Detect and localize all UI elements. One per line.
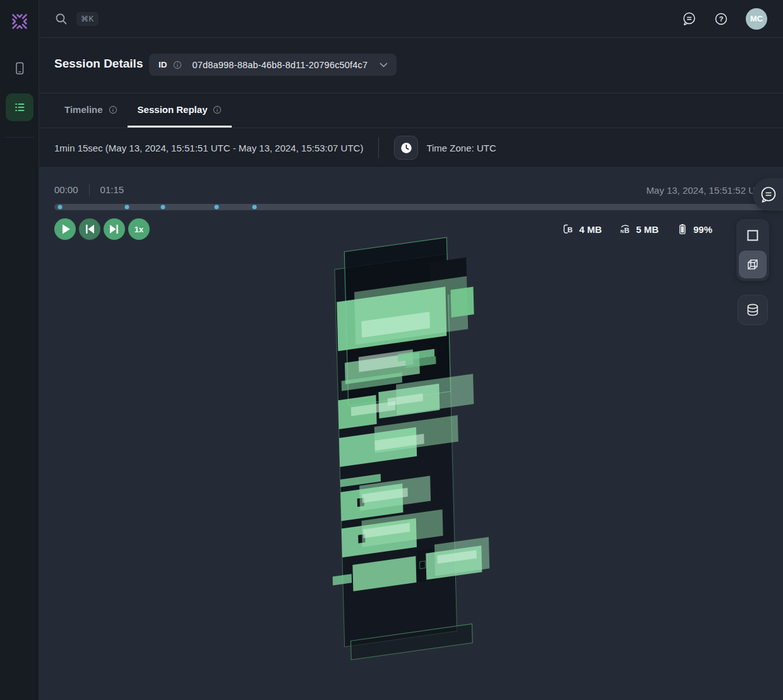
timeline-marker[interactable]: [215, 205, 219, 210]
view-3d-button[interactable]: [739, 251, 767, 278]
session-replay-panel: 00:00 01:15 May 13, 2024, 15:51:52 U: [39, 167, 783, 700]
tab-timeline-label: Timeline: [64, 104, 103, 115]
database-icon: [745, 302, 760, 317]
starburst-logo-icon: [9, 11, 30, 32]
tab-session-replay-label: Session Replay: [138, 104, 208, 115]
global-search[interactable]: ⌘K: [54, 12, 681, 26]
tab-timeline[interactable]: Timeline: [54, 93, 128, 128]
square-2d-icon: [746, 228, 760, 242]
cube-3d-icon: [746, 258, 760, 271]
sidebar-divider: [5, 137, 33, 138]
feedback-button[interactable]: [681, 11, 696, 27]
timezone-button[interactable]: [394, 136, 418, 160]
list-icon: [11, 99, 28, 116]
session-meta-row: 1min 15sec (May 13, 2024, 15:51:51 UTC -…: [39, 128, 783, 167]
view-2d-button[interactable]: [739, 222, 767, 249]
app-window: ⌘K ? MC: [0, 0, 783, 700]
timeline-marker[interactable]: [125, 205, 129, 210]
sidebar-item-session-list[interactable]: [6, 93, 33, 121]
info-icon: [109, 105, 117, 114]
chat-bubble-icon: [681, 11, 696, 27]
phone-icon: [12, 61, 27, 76]
help-button[interactable]: ?: [714, 11, 729, 27]
sidebar-item-devices[interactable]: [7, 56, 32, 81]
session-id-dropdown[interactable]: ID 07d8a998-88ab-46b8-8d11-20796c50f4c7: [149, 54, 397, 76]
user-avatar[interactable]: MC: [746, 8, 767, 30]
timeline-marker[interactable]: [58, 205, 63, 210]
session-duration: 1min 15sec (May 13, 2024, 15:51:51 UTC -…: [54, 143, 363, 153]
session-id-value: 07d8a998-88ab-46b8-8d11-20796c50f4c7: [193, 60, 368, 70]
timezone-label: Time Zone: UTC: [426, 143, 496, 153]
session-replay-3d-view[interactable]: [39, 168, 783, 700]
tab-session-replay[interactable]: Session Replay: [128, 93, 232, 128]
support-chat-button[interactable]: [753, 178, 783, 211]
id-label: ID: [158, 60, 167, 69]
timeline-marker[interactable]: [160, 205, 165, 210]
divider: [378, 137, 379, 158]
svg-text:?: ?: [719, 15, 724, 23]
chat-bubble-icon: [758, 184, 779, 205]
timeline-marker[interactable]: [253, 205, 257, 210]
data-layers-button[interactable]: [738, 295, 768, 325]
timeline-track[interactable]: [54, 204, 783, 210]
view-mode-toggle: [736, 219, 769, 281]
info-icon: [173, 61, 182, 69]
search-shortcut-badge: ⌘K: [76, 12, 99, 26]
page-title: Session Details: [54, 57, 143, 71]
clock-icon: [400, 142, 412, 154]
chevron-down-icon: [380, 62, 388, 68]
app-logo[interactable]: [9, 11, 30, 32]
info-icon: [213, 105, 222, 114]
topbar: ⌘K ? MC: [39, 0, 783, 38]
page-header: Session Details ID 07d8a998-88ab-46b8-8d…: [39, 38, 783, 93]
sidebar: [0, 0, 39, 700]
help-icon: ?: [714, 11, 729, 27]
search-icon: [54, 12, 68, 26]
tab-bar: Timeline Session Replay: [39, 93, 783, 128]
